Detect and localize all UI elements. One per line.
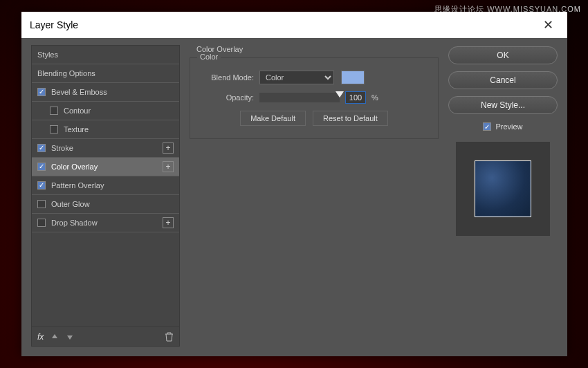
preview-box (456, 142, 550, 236)
default-buttons: Make Default Reset to Default (200, 111, 428, 126)
dialog-title: Layer Style (30, 19, 78, 30)
cancel-button[interactable]: Cancel (448, 71, 558, 89)
add-effect-icon[interactable]: + (163, 161, 174, 172)
preview-thumbnail (475, 160, 531, 217)
slider-thumb-icon[interactable] (336, 91, 344, 98)
style-row-drop-shadow[interactable]: Drop Shadow+ (32, 214, 179, 232)
style-checkbox[interactable] (37, 181, 46, 190)
preview-checkbox-row[interactable]: Preview (448, 122, 558, 131)
close-icon[interactable]: ✕ (538, 19, 559, 31)
style-checkbox[interactable] (37, 163, 46, 171)
blend-mode-row: Blend Mode: Color (200, 71, 428, 84)
fx-icon[interactable]: fx (37, 332, 44, 342)
styles-header-label: Styles (37, 50, 58, 59)
preview-label: Preview (495, 122, 522, 131)
style-checkbox[interactable] (37, 200, 46, 208)
style-row-contour[interactable]: Contour (32, 102, 179, 120)
group-title: Color Overlay (196, 45, 439, 53)
arrow-down-icon[interactable] (66, 333, 74, 341)
layer-style-dialog: Layer Style ✕ Styles Blending Options Be… (21, 12, 567, 356)
trash-icon[interactable] (165, 332, 174, 342)
preview-checkbox[interactable] (483, 122, 491, 131)
style-checkbox[interactable] (50, 125, 58, 134)
style-label: Bevel & Emboss (51, 88, 107, 96)
color-fieldset-label: Color (197, 53, 221, 61)
style-label: Drop Shadow (51, 219, 98, 227)
styles-header[interactable]: Styles (32, 46, 179, 64)
styles-footer: fx (32, 326, 179, 346)
color-swatch[interactable] (341, 71, 365, 84)
titlebar: Layer Style ✕ (21, 12, 567, 38)
style-row-stroke[interactable]: Stroke+ (32, 139, 179, 158)
style-row-pattern-overlay[interactable]: Pattern Overlay (32, 176, 179, 195)
opacity-label: Opacity: (200, 93, 254, 102)
style-label: Outer Glow (51, 200, 90, 208)
style-label: Color Overlay (51, 163, 98, 171)
styles-panel: Styles Blending Options Bevel & EmbossCo… (31, 45, 180, 347)
ok-button[interactable]: OK (448, 46, 558, 64)
style-row-texture[interactable]: Texture (32, 120, 179, 139)
style-checkbox[interactable] (37, 88, 46, 96)
style-checkbox[interactable] (50, 107, 58, 115)
settings-panel: Color Overlay Color Blend Mode: Color Op… (190, 45, 439, 347)
blend-mode-select[interactable]: Color (259, 71, 334, 84)
add-effect-icon[interactable]: + (163, 217, 174, 228)
opacity-row: Opacity: % (200, 91, 428, 104)
opacity-slider[interactable] (259, 93, 340, 102)
style-row-outer-glow[interactable]: Outer Glow (32, 195, 179, 214)
blending-options-row[interactable]: Blending Options (32, 64, 179, 83)
style-label: Texture (64, 125, 89, 134)
color-fieldset: Color Blend Mode: Color Opacity: % Make … (190, 57, 439, 139)
new-style-button[interactable]: New Style... (448, 96, 558, 114)
blend-mode-label: Blend Mode: (200, 73, 254, 82)
style-label: Pattern Overlay (51, 181, 104, 190)
reset-default-button[interactable]: Reset to Default (313, 111, 388, 126)
styles-list: Styles Blending Options Bevel & EmbossCo… (31, 45, 180, 347)
make-default-button[interactable]: Make Default (240, 111, 306, 126)
opacity-unit: % (371, 93, 378, 102)
arrow-up-icon[interactable] (50, 333, 59, 341)
style-label: Contour (64, 107, 91, 115)
style-checkbox[interactable] (37, 144, 46, 152)
blending-options-label: Blending Options (37, 69, 95, 77)
style-label: Stroke (51, 144, 73, 152)
right-panel: OK Cancel New Style... Preview (448, 45, 558, 347)
opacity-input[interactable] (345, 91, 366, 104)
dialog-body: Styles Blending Options Bevel & EmbossCo… (21, 38, 567, 356)
style-row-bevel-emboss[interactable]: Bevel & Emboss (32, 83, 179, 102)
style-row-color-overlay[interactable]: Color Overlay+ (32, 158, 179, 176)
style-checkbox[interactable] (37, 219, 46, 227)
add-effect-icon[interactable]: + (163, 142, 174, 154)
